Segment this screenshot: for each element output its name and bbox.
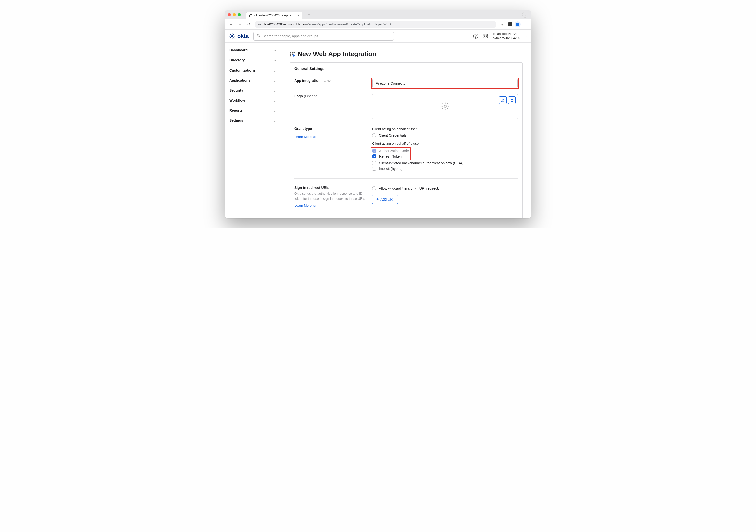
help-icon[interactable] [473,33,478,39]
grant-client-credentials[interactable]: Client Credentials [372,132,518,138]
svg-line-10 [259,36,260,37]
app-name-input[interactable] [372,79,518,88]
reload-button[interactable]: ⟳ [246,21,253,28]
checkbox-unchecked-icon[interactable] [372,161,376,165]
add-uri-button[interactable]: +Add URI [372,195,398,204]
close-window-icon[interactable] [228,13,231,16]
delete-logo-button[interactable] [508,96,516,104]
svg-point-25 [444,105,446,107]
chevron-down-icon: ⌄ [273,89,277,93]
highlight-box [371,78,519,89]
svg-rect-19 [294,52,295,53]
svg-line-6 [233,38,234,39]
chevron-down-icon: ⌄ [524,34,527,39]
sidebar-item-settings[interactable]: Settings⌄ [225,116,281,125]
url-host: dev-02034265-admin.okta.com [263,22,308,26]
main-content: New Web App Integration General Settings… [281,43,531,218]
checkbox-checked-disabled-icon [372,149,376,153]
url-path: /admin/apps/oauth2-wizard/create?applica… [308,22,391,26]
search-input[interactable] [262,34,391,38]
radio-unchecked-icon[interactable] [372,186,376,191]
profile-icon[interactable] [515,21,521,27]
forward-button: → [236,21,243,28]
user-menu[interactable]: bmanifold@firezon… okta-dev-02034265 ⌄ [493,32,527,40]
svg-point-9 [257,34,259,37]
learn-more-link[interactable]: Learn More⧉ [294,203,315,207]
svg-point-0 [231,35,233,37]
card-title: General Settings [290,63,522,74]
sidebar-item-security[interactable]: Security⌄ [225,85,281,95]
sidebar-item-customizations[interactable]: Customizations⌄ [225,65,281,75]
checkbox-checked-icon[interactable] [372,154,376,158]
sidebar-item-dashboard[interactable]: Dashboard⌄ [225,45,281,55]
sidebar-item-applications[interactable]: Applications⌄ [225,75,281,85]
chevron-down-icon: ⌄ [273,109,277,112]
okta-brand-text: okta [237,33,249,40]
okta-logo[interactable]: okta [229,33,249,40]
search-icon [256,34,260,39]
chevron-down-icon: ⌄ [273,59,277,62]
svg-rect-15 [484,37,485,38]
org-name: okta-dev-02034265 [493,36,522,40]
general-settings-card: General Settings App integration name [290,63,523,218]
page-title: New Web App Integration [290,50,523,58]
back-button[interactable]: ← [228,21,234,28]
apps-grid-icon[interactable] [483,33,488,39]
tabs-overflow-icon[interactable]: ⌄ [522,12,528,17]
grant-ciba[interactable]: Client-initiated backchannel authenticat… [372,160,518,166]
highlight-box: Authorization Code Refresh Token [371,147,411,160]
grant-implicit[interactable]: Implicit (hybrid) [372,166,518,172]
close-tab-icon[interactable]: × [298,13,300,17]
logo-dropzone[interactable] [372,94,518,119]
title-bar: okta-dev-02034265 - Applic… × + ⌄ [225,10,531,19]
upload-logo-button[interactable] [499,96,506,104]
grant-type-label: Grant type [294,127,367,131]
grant-self-heading: Client acting on behalf of itself [372,127,518,131]
window-controls [228,13,241,16]
sidebar-item-reports[interactable]: Reports⌄ [225,105,281,116]
tab-favicon-icon [249,13,252,17]
signin-help-text: Okta sends the authentication response a… [294,191,367,201]
app-integration-icon [290,51,295,57]
learn-more-link[interactable]: Learn More⧉ [294,135,315,139]
browser-tab[interactable]: okta-dev-02034265 - Applic… × [246,12,303,19]
checkbox-unchecked-icon[interactable] [372,167,376,171]
bookmark-icon[interactable]: ☆ [499,21,505,28]
chevron-down-icon: ⌄ [273,99,277,102]
sidebar-item-workflow[interactable]: Workflow⌄ [225,95,281,105]
grant-refresh-token[interactable]: Refresh Token [372,154,409,159]
svg-rect-17 [290,52,291,53]
menu-icon[interactable]: ⋮ [522,21,528,28]
chevron-down-icon: ⌄ [273,68,277,72]
new-tab-button[interactable]: + [306,12,312,17]
chevron-down-icon: ⌄ [273,79,277,82]
chevron-down-icon: ⌄ [273,119,277,122]
svg-rect-20 [290,53,291,55]
svg-rect-22 [290,55,291,57]
extensions-icon[interactable] [506,21,514,28]
svg-rect-14 [486,34,488,36]
browser-window: okta-dev-02034265 - Applic… × + ⌄ ← → ⟳ … [225,10,531,218]
svg-line-7 [233,34,234,35]
plus-icon: + [376,197,379,201]
svg-rect-13 [484,34,485,36]
browser-toolbar: ← → ⟳ ⊶ dev-02034265-admin.okta.com/admi… [225,19,531,30]
app-name-label: App integration name [294,79,367,83]
allow-wildcard-checkbox[interactable]: Allow wildcard * in sign-in URI redirect… [372,186,518,191]
external-link-icon: ⧉ [313,204,315,207]
sidebar: Dashboard⌄ Directory⌄ Customizations⌄ Ap… [225,43,281,218]
okta-header: okta bmanifold@firezon… okta-dev-0203426… [225,30,531,43]
address-bar[interactable]: ⊶ dev-02034265-admin.okta.com/admin/apps… [255,21,497,28]
site-info-icon[interactable]: ⊶ [257,22,261,26]
grant-authorization-code: Authorization Code [372,148,409,154]
maximize-window-icon[interactable] [238,13,241,16]
svg-rect-16 [486,37,488,38]
user-email: bmanifold@firezon… [493,32,522,36]
global-search[interactable] [253,32,394,40]
minimize-window-icon[interactable] [233,13,236,16]
chevron-down-icon: ⌄ [273,48,277,52]
okta-logo-icon [229,33,235,40]
radio-unchecked-icon[interactable] [372,133,376,137]
external-link-icon: ⧉ [313,135,315,139]
sidebar-item-directory[interactable]: Directory⌄ [225,55,281,65]
